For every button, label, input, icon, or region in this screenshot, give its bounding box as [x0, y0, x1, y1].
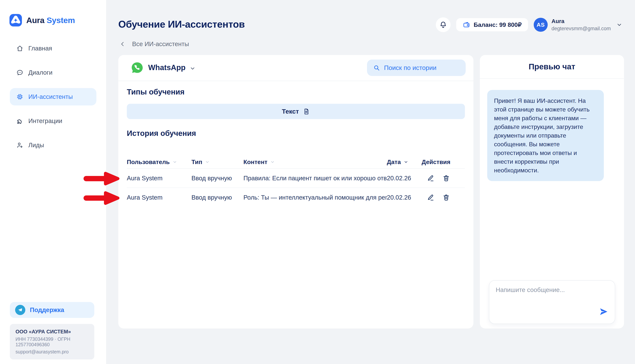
table-row: Aura System Ввод вручную Правила: Если п…	[127, 169, 465, 188]
row-content: Правила: Если пациент пишет ок или хорош…	[244, 175, 387, 182]
sort-chevron-icon	[404, 160, 408, 164]
row-type: Ввод вручную	[192, 194, 244, 201]
row-date: 20.02.26	[387, 194, 422, 201]
breadcrumb-label: Все ИИ-ассистенты	[132, 40, 189, 48]
row-user: Aura System	[127, 175, 192, 182]
search-icon	[373, 64, 380, 72]
column-header-date[interactable]: Дата	[387, 158, 422, 166]
document-icon	[303, 108, 310, 115]
training-types-heading: Типы обучения	[127, 88, 465, 96]
company-registration: ИНН 7730344399 · ОГРН 1257700496360	[16, 336, 89, 347]
trash-icon	[442, 174, 450, 182]
chat-icon	[16, 69, 24, 76]
sort-chevron-icon	[172, 160, 177, 164]
aura-logo-icon	[9, 14, 22, 27]
sidebar-item-label: Диалоги	[28, 69, 52, 76]
sidebar-item-label: Главная	[28, 45, 52, 52]
training-history-heading: История обучения	[127, 129, 465, 138]
channel-row: WhatsApp	[118, 55, 474, 81]
company-email: support@aurasystem.pro	[16, 349, 89, 354]
telegram-icon	[15, 305, 25, 315]
channel-dropdown[interactable]	[189, 65, 196, 72]
column-header-content[interactable]: Контент	[244, 158, 387, 166]
history-table-header: Пользователь Тип Контент Дата Действия	[127, 156, 465, 169]
delete-button[interactable]	[442, 174, 450, 182]
row-user: Aura System	[127, 194, 192, 201]
page-title: Обучение ИИ-ассистентов	[118, 18, 245, 30]
brand-logo[interactable]: Aura System	[9, 14, 75, 27]
puzzle-icon	[16, 117, 24, 124]
message-composer	[489, 280, 615, 324]
edit-button[interactable]	[427, 194, 434, 201]
company-info-card: ООО «АУРА СИСТЕМ» ИНН 7730344399 · ОГРН …	[10, 324, 94, 360]
balance-label: Баланс: 99 800₽	[474, 21, 522, 28]
header-actions: Баланс: 99 800₽ AS Aura degterevsmm@gmai…	[436, 18, 622, 32]
wallet-icon	[463, 21, 470, 28]
sort-chevron-icon	[270, 160, 275, 164]
edit-button[interactable]	[427, 174, 434, 182]
breadcrumb-back[interactable]: Все ИИ-ассистенты	[120, 40, 189, 48]
send-icon	[599, 307, 608, 316]
sidebar-item-home[interactable]: Главная	[10, 40, 96, 57]
sidebar-item-dialogs[interactable]: Диалоги	[10, 64, 96, 81]
support-button[interactable]: Поддержка	[10, 302, 94, 318]
training-card: WhatsApp Типы обучения Текст История обу…	[118, 55, 474, 328]
user-plus-icon	[16, 142, 24, 149]
row-date: 20.02.26	[387, 175, 422, 182]
sidebar-item-ai-assistants[interactable]: ИИ-ассистенты	[10, 88, 96, 106]
avatar: AS	[534, 18, 548, 32]
support-label: Поддержка	[30, 306, 64, 314]
sidebar-item-label: Лиды	[28, 142, 44, 149]
table-row: Aura System Ввод вручную Роль: Ты — инте…	[127, 188, 465, 207]
sort-chevron-icon	[205, 160, 210, 164]
text-training-button[interactable]: Текст	[127, 104, 465, 119]
user-name: Aura	[552, 18, 611, 24]
home-icon	[16, 45, 24, 52]
sidebar-item-label: ИИ-ассистенты	[28, 93, 73, 100]
history-search[interactable]	[367, 60, 466, 76]
sidebar-item-label: Интеграции	[28, 117, 62, 124]
main-area: Обучение ИИ-ассистентов Баланс: 99 800₽ …	[106, 0, 635, 364]
column-header-actions: Действия	[422, 158, 465, 166]
assistant-message-bubble: Привет! Я ваш ИИ-ассистент. На этой стра…	[487, 90, 604, 181]
chip-icon	[16, 93, 24, 100]
bell-icon	[439, 21, 447, 29]
send-button[interactable]	[599, 307, 608, 316]
notifications-button[interactable]	[436, 18, 450, 32]
company-name: ООО «АУРА СИСТЕМ»	[16, 329, 89, 335]
preview-title: Превью чат	[480, 55, 624, 78]
channel-name: WhatsApp	[148, 63, 186, 72]
brand-name: Aura System	[26, 16, 75, 25]
user-menu[interactable]: AS Aura degterevsmm@gmail.com	[534, 18, 622, 32]
user-email: degterevsmm@gmail.com	[552, 26, 611, 32]
sidebar-item-integrations[interactable]: Интеграции	[10, 112, 96, 130]
row-content: Роль: Ты — интеллектуальный помощник для…	[244, 194, 387, 201]
delete-button[interactable]	[442, 194, 450, 201]
chevron-left-icon	[120, 41, 126, 47]
edit-icon	[427, 174, 434, 182]
whatsapp-icon	[131, 62, 143, 74]
sidebar-nav: Главная Диалоги ИИ-ассистенты Интеграции…	[10, 40, 96, 161]
sidebar-item-leads[interactable]: Лиды	[10, 136, 96, 154]
chevron-down-icon	[616, 22, 622, 28]
sidebar: Aura System Главная Диалоги ИИ-ассистент…	[0, 0, 106, 364]
edit-icon	[427, 194, 434, 201]
search-input[interactable]	[384, 64, 460, 72]
column-header-user[interactable]: Пользователь	[127, 158, 192, 166]
column-header-type[interactable]: Тип	[192, 158, 244, 166]
trash-icon	[442, 194, 450, 201]
message-input[interactable]	[489, 281, 615, 324]
chevron-down-icon	[189, 65, 196, 72]
balance-button[interactable]: Баланс: 99 800₽	[456, 18, 528, 31]
chat-preview-panel: Превью чат Привет! Я ваш ИИ-ассистент. Н…	[480, 55, 624, 328]
row-type: Ввод вручную	[192, 175, 244, 182]
text-button-label: Текст	[282, 108, 299, 115]
